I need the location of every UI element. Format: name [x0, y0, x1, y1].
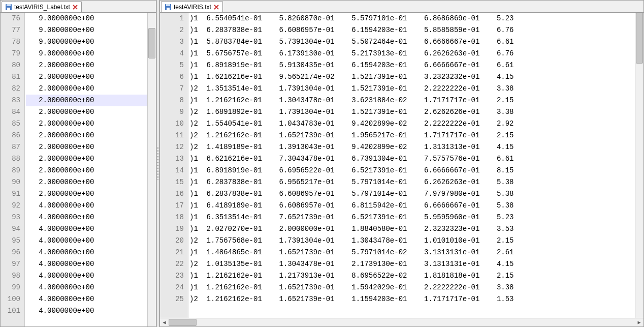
code-line[interactable]: )2 1.2162162e-01 1.6521739e-01 1.9565217…	[189, 130, 635, 141]
code-line[interactable]: 4.0000000e+00	[26, 258, 147, 270]
code-line[interactable]: )1 1.2162162e-01 1.3043478e-01 3.6231884…	[189, 95, 635, 106]
code-line[interactable]: 2.0000000e+00	[26, 83, 147, 95]
scroll-right-icon[interactable]: ▶	[635, 318, 643, 326]
split-container: testAVIRIS_Label.txt 7677787980818283848…	[0, 0, 644, 327]
code-line[interactable]: 4.0000000e+00	[26, 270, 147, 282]
code-line[interactable]: )1 5.6756757e-01 6.1739130e-01 5.2173913…	[189, 48, 635, 60]
scroll-left-icon[interactable]: ◀	[160, 318, 169, 326]
line-number: 80	[3, 60, 20, 71]
code-line[interactable]: )2 1.7567568e-01 1.7391304e-01 1.3043478…	[189, 235, 635, 247]
code-line[interactable]: 4.0000000e+00	[26, 212, 147, 223]
save-disk-icon	[5, 4, 12, 11]
code-line[interactable]: 4.0000000e+00	[26, 223, 147, 235]
line-number: 19	[162, 223, 184, 235]
line-number: 21	[162, 247, 184, 258]
code-line[interactable]: 2.0000000e+00	[26, 118, 147, 130]
code-line[interactable]: )1 6.3513514e-01 7.6521739e-01 6.5217391…	[189, 212, 635, 223]
horizontal-scrollbar[interactable]: ◀ ▶	[160, 318, 643, 326]
code-line[interactable]: 9.0000000e+00	[26, 24, 147, 36]
code-line[interactable]: )1 1.6216216e-01 9.5652174e-02 1.5217391…	[189, 71, 635, 83]
code-line[interactable]: )1 6.8918919e-01 6.6956522e-01 6.5217391…	[189, 165, 635, 176]
line-number: 98	[3, 270, 20, 282]
code-line[interactable]: )1 6.2837838e-01 6.9565217e-01 5.7971014…	[189, 176, 635, 188]
line-number: 8	[162, 95, 184, 106]
line-number: 89	[3, 165, 20, 176]
left-pane: testAVIRIS_Label.txt 7677787980818283848…	[0, 0, 156, 327]
code-line[interactable]: 2.0000000e+00	[26, 60, 147, 71]
code-line[interactable]: 2.0000000e+00	[26, 176, 147, 188]
line-number: 17	[162, 200, 184, 212]
code-line[interactable]: 9.0000000e+00	[26, 13, 147, 24]
vertical-scrollbar[interactable]	[635, 13, 643, 318]
line-number: 9	[162, 106, 184, 118]
code-line[interactable]: )2 1.4189189e-01 1.3913043e-01 9.4202899…	[189, 141, 635, 153]
code-line[interactable]: 4.0000000e+00	[26, 200, 147, 212]
line-number: 22	[162, 258, 184, 270]
code-line[interactable]: )2 1.0135135e-01 1.3043478e-01 2.1739130…	[189, 258, 635, 270]
code-line[interactable]: 2.0000000e+00	[26, 71, 147, 83]
svg-rect-2	[7, 8, 10, 10]
code-line[interactable]: 9.0000000e+00	[26, 48, 147, 60]
code-line[interactable]: )1 1.2162162e-01 1.6521739e-01 1.5942029…	[189, 282, 635, 293]
code-line[interactable]: 2.0000000e+00	[26, 188, 147, 200]
code-line[interactable]: )1 6.8918919e-01 5.9130435e-01 6.1594203…	[189, 60, 635, 71]
code-line[interactable]: 4.0000000e+00	[26, 305, 147, 317]
code-line[interactable]: )1 2.0270270e-01 2.0000000e-01 1.8840580…	[189, 223, 635, 235]
line-number: 6	[162, 71, 184, 83]
code-line[interactable]: 9.0000000e+00	[26, 36, 147, 48]
code-line[interactable]: )1 6.2837838e-01 6.6086957e-01 6.1594203…	[189, 24, 635, 36]
tab-data-file[interactable]: testAVIRIS.txt	[161, 1, 223, 12]
code-line[interactable]: )1 5.8783784e-01 5.7391304e-01 5.5072464…	[189, 36, 635, 48]
line-number: 20	[162, 235, 184, 247]
tab-label-file[interactable]: testAVIRIS_Label.txt	[2, 1, 82, 12]
scrollbar-thumb[interactable]	[636, 13, 643, 64]
line-number: 18	[162, 212, 184, 223]
code-line[interactable]: )1 1.2162162e-01 1.2173913e-01 8.6956522…	[189, 270, 635, 282]
code-line[interactable]: 2.0000000e+00	[26, 141, 147, 153]
line-number: 95	[3, 235, 20, 247]
code-line[interactable]: 2.0000000e+00	[26, 95, 147, 106]
code-line[interactable]: 2.0000000e+00	[26, 165, 147, 176]
line-number: 93	[3, 212, 20, 223]
close-icon[interactable]	[72, 4, 78, 10]
code-line[interactable]: )1 6.6216216e-01 7.3043478e-01 6.7391304…	[189, 153, 635, 165]
code-line[interactable]: )2 1.3513514e-01 1.7391304e-01 1.5217391…	[189, 83, 635, 95]
code-line[interactable]: )1 6.4189189e-01 6.6086957e-01 6.8115942…	[189, 200, 635, 212]
line-number: 92	[3, 200, 20, 212]
code-line[interactable]: )2 1.2162162e-01 1.6521739e-01 1.1594203…	[189, 293, 635, 305]
scrollbar-thumb[interactable]	[169, 319, 197, 326]
code-line[interactable]: 4.0000000e+00	[26, 293, 147, 305]
line-number: 4	[162, 48, 184, 60]
code-line[interactable]: )1 1.4864865e-01 1.6521739e-01 5.7971014…	[189, 247, 635, 258]
code-content[interactable]: )1 6.5540541e-01 5.8260870e-01 5.5797101…	[188, 13, 635, 318]
code-line[interactable]: 2.0000000e+00	[26, 106, 147, 118]
line-number: 24	[162, 282, 184, 293]
code-line[interactable]: )1 6.5540541e-01 5.8260870e-01 5.5797101…	[189, 13, 635, 24]
save-disk-icon	[165, 4, 172, 11]
code-line[interactable]: )1 6.2837838e-01 6.6086957e-01 5.7971014…	[189, 188, 635, 200]
code-content[interactable]: 9.0000000e+00 9.0000000e+00 9.0000000e+0…	[25, 13, 147, 326]
scrollbar-track[interactable]	[169, 318, 635, 326]
line-number: 12	[162, 141, 184, 153]
code-line[interactable]: )2 1.5540541e-01 1.0434783e-01 9.4202899…	[189, 118, 635, 130]
editor-left[interactable]: 7677787980818283848586878889909192939495…	[1, 13, 156, 326]
code-line[interactable]: )2 1.6891892e-01 1.7391304e-01 1.5217391…	[189, 106, 635, 118]
code-line[interactable]: 2.0000000e+00	[26, 130, 147, 141]
line-number: 84	[3, 106, 20, 118]
code-line[interactable]: 2.0000000e+00	[26, 153, 147, 165]
editor-right[interactable]: 1234567891011121314151617181920212223242…	[160, 13, 643, 318]
scrollbar-thumb[interactable]	[148, 28, 155, 58]
close-icon[interactable]	[213, 4, 219, 10]
code-line[interactable]: 4.0000000e+00	[26, 247, 147, 258]
svg-rect-5	[167, 8, 170, 10]
line-number: 78	[3, 36, 20, 48]
code-line[interactable]: 4.0000000e+00	[26, 235, 147, 247]
line-number: 2	[162, 24, 184, 36]
code-line[interactable]: 4.0000000e+00	[26, 282, 147, 293]
tab-label: testAVIRIS.txt	[174, 4, 211, 11]
vertical-scrollbar[interactable]	[147, 13, 156, 326]
line-number: 7	[162, 83, 184, 95]
tab-bar-right: testAVIRIS.txt	[160, 1, 643, 13]
pane-splitter[interactable]	[156, 0, 159, 327]
right-pane: testAVIRIS.txt 1234567891011121314151617…	[159, 0, 644, 327]
